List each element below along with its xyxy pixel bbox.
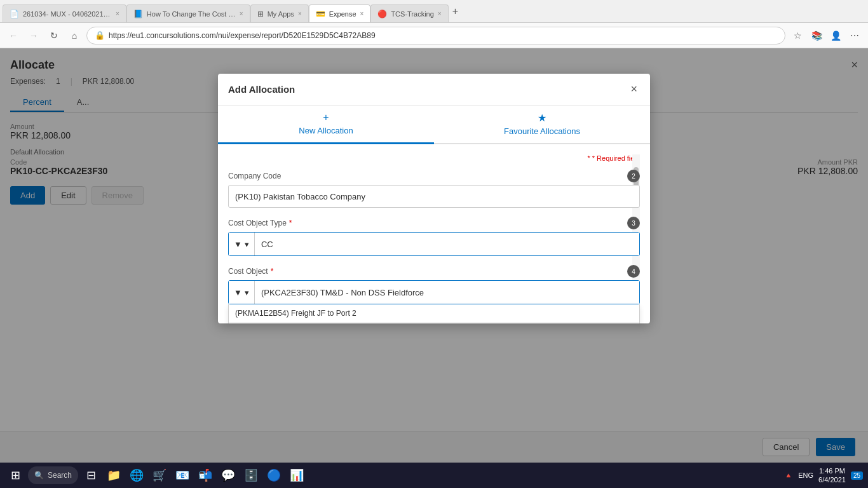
- company-code-input[interactable]: [228, 185, 640, 208]
- lang-label: ENG: [798, 471, 813, 479]
- chevron-down-icon-2: ▾: [245, 288, 249, 297]
- new-tab-button[interactable]: +: [449, 6, 462, 17]
- tab-1[interactable]: 📄 261034- MUX - 04062021050... ×: [3, 4, 126, 22]
- modal-header: Add Allocation ×: [218, 74, 650, 105]
- cost-object-step: 4: [627, 265, 640, 278]
- tab-3[interactable]: ⊞ My Apps ×: [250, 4, 309, 22]
- taskbar-app-mail[interactable]: 📧: [172, 465, 193, 485]
- network-icon: 🔺: [784, 471, 793, 480]
- taskbar-app-store[interactable]: 🛒: [149, 465, 170, 485]
- store-icon: 🛒: [153, 468, 166, 482]
- cost-object-type-step: 3: [627, 217, 640, 229]
- url-text: https://eu1.concursolutions.com/nui/expe…: [109, 31, 777, 40]
- task-view-icon: ⊟: [86, 468, 96, 482]
- lock-icon: 🔒: [95, 30, 105, 40]
- tab-1-close[interactable]: ×: [116, 10, 119, 17]
- toolbar-icons: ☆ 📚 👤 ⋯: [789, 27, 863, 44]
- star-icon: ★: [538, 112, 546, 124]
- tab-2-close[interactable]: ×: [240, 10, 243, 17]
- tab-5-label: TCS-Tracking: [391, 10, 433, 18]
- outlook-icon: 📬: [198, 468, 212, 482]
- cost-object-filter-group: ▼ ▾: [228, 280, 640, 304]
- taskbar-app-teams[interactable]: 💬: [218, 465, 238, 485]
- required-field-note: * * Required field: [228, 154, 640, 162]
- access-icon: 🗄️: [244, 468, 258, 482]
- cost-object-label: Cost Object * 4: [228, 265, 640, 278]
- cost-object-dropdown[interactable]: (PKMA1E2B54) Freight JF to Port 2 (PKCA1…: [228, 304, 640, 323]
- collections-button[interactable]: 📚: [808, 27, 825, 44]
- dropdown-item-1[interactable]: (PKCA1E2B54) Freight JF to Port 2 (CA): [229, 323, 639, 323]
- microsoft-icon: ⊞: [257, 10, 264, 18]
- modal-tab-new-label: New Allocation: [299, 126, 353, 135]
- tab-2[interactable]: 📘 How To Change The Cost Cer... ×: [126, 4, 250, 22]
- taskbar: ⊞ 🔍 Search ⊟ 📁 🌐 🛒 📧 📬 💬 🗄️: [0, 463, 868, 488]
- tab-3-close[interactable]: ×: [298, 10, 302, 17]
- tab-4-label: Expense: [329, 10, 356, 18]
- tracking-icon: 🔴: [377, 10, 387, 18]
- bookmark-star-button[interactable]: ☆: [789, 27, 806, 44]
- pdf-icon: 📄: [10, 10, 19, 18]
- modal-body: * * Required field Company Code 2: [218, 144, 650, 323]
- browser-toolbar: ← → ↻ ⌂ 🔒 https://eu1.concursolutions.co…: [0, 23, 868, 48]
- browser-frame: 📄 261034- MUX - 04062021050... × 📘 How T…: [0, 0, 868, 488]
- expense-icon: 💳: [316, 10, 325, 18]
- modal-tab-new[interactable]: + New Allocation: [218, 105, 434, 144]
- edge-icon: 🌐: [130, 468, 144, 482]
- chevron-down-icon: ▾: [245, 240, 249, 249]
- modal-overlay: Add Allocation × + New Allocation ★ Favo…: [0, 48, 868, 463]
- modal-title: Add Allocation: [228, 84, 295, 95]
- time-display: 1:46 PM: [818, 466, 846, 475]
- filter-icon-2: ▼: [234, 288, 242, 297]
- taskbar-app-explorer[interactable]: 📁: [104, 465, 124, 485]
- tab-5[interactable]: 🔴 TCS-Tracking ×: [370, 4, 448, 22]
- date-display: 6/4/2021: [818, 475, 846, 484]
- tab-5-close[interactable]: ×: [438, 10, 442, 17]
- taskbar-app-access[interactable]: 🗄️: [241, 465, 261, 485]
- modal-tab-favourite[interactable]: ★ Favourite Allocations: [434, 105, 650, 144]
- modal-close-button[interactable]: ×: [628, 83, 640, 96]
- excel-icon: 📊: [290, 468, 304, 482]
- tab-4-close[interactable]: ×: [360, 10, 364, 17]
- address-bar[interactable]: 🔒 https://eu1.concursolutions.com/nui/ex…: [86, 27, 785, 44]
- taskbar-app-outlook[interactable]: 📬: [195, 465, 215, 485]
- tab-3-label: My Apps: [268, 10, 294, 18]
- profile-button[interactable]: 👤: [827, 27, 844, 44]
- forward-button[interactable]: →: [25, 27, 42, 44]
- browser-tabs: 📄 261034- MUX - 04062021050... × 📘 How T…: [0, 0, 868, 23]
- taskbar-clock[interactable]: 1:46 PM 6/4/2021: [818, 466, 846, 485]
- taskbar-app-edge2[interactable]: 🔵: [264, 465, 284, 485]
- notification-badge[interactable]: 25: [851, 471, 863, 480]
- dropdown-item-0[interactable]: (PKMA1E2B54) Freight JF to Port 2: [229, 304, 639, 323]
- cost-object-type-filter-group: ▼ ▾: [228, 232, 640, 256]
- start-button[interactable]: ⊞: [5, 465, 25, 485]
- modal-tabs: + New Allocation ★ Favourite Allocations: [218, 105, 650, 144]
- company-code-group: Company Code 2: [228, 170, 640, 208]
- taskbar-app-task-view[interactable]: ⊟: [81, 465, 101, 485]
- back-button[interactable]: ←: [5, 27, 22, 44]
- taskbar-app-excel[interactable]: 📊: [287, 465, 307, 485]
- taskbar-search[interactable]: 🔍 Search: [28, 466, 78, 484]
- company-code-step: 2: [627, 170, 640, 182]
- taskbar-system-tray: 🔺 ENG 1:46 PM 6/4/2021 25: [784, 466, 863, 485]
- search-icon: 🔍: [34, 471, 44, 480]
- menu-button[interactable]: ⋯: [846, 27, 863, 44]
- company-code-label: Company Code 2: [228, 170, 640, 182]
- add-allocation-modal: Add Allocation × + New Allocation ★ Favo…: [218, 74, 650, 323]
- tab-1-label: 261034- MUX - 04062021050...: [23, 10, 112, 18]
- cost-object-type-label: Cost Object Type * 3: [228, 217, 640, 229]
- plus-icon: +: [323, 112, 329, 123]
- cost-object-group: Cost Object * 4 ▼ ▾: [228, 265, 640, 304]
- mail-icon: 📧: [175, 468, 189, 482]
- windows-icon: ⊞: [11, 468, 20, 482]
- modal-tab-favourite-label: Favourite Allocations: [504, 126, 580, 136]
- tab-4[interactable]: 💳 Expense ×: [309, 4, 371, 22]
- cost-object-input[interactable]: [255, 281, 639, 304]
- refresh-button[interactable]: ↻: [46, 27, 62, 44]
- taskbar-app-edge[interactable]: 🌐: [126, 465, 147, 485]
- cost-object-filter-button[interactable]: ▼ ▾: [229, 281, 255, 304]
- cost-object-type-filter-button[interactable]: ▼ ▾: [229, 233, 255, 255]
- teams-icon: 💬: [221, 468, 235, 482]
- edge2-icon: 🔵: [267, 468, 281, 482]
- cost-object-type-input[interactable]: [255, 233, 639, 255]
- home-button[interactable]: ⌂: [66, 27, 83, 44]
